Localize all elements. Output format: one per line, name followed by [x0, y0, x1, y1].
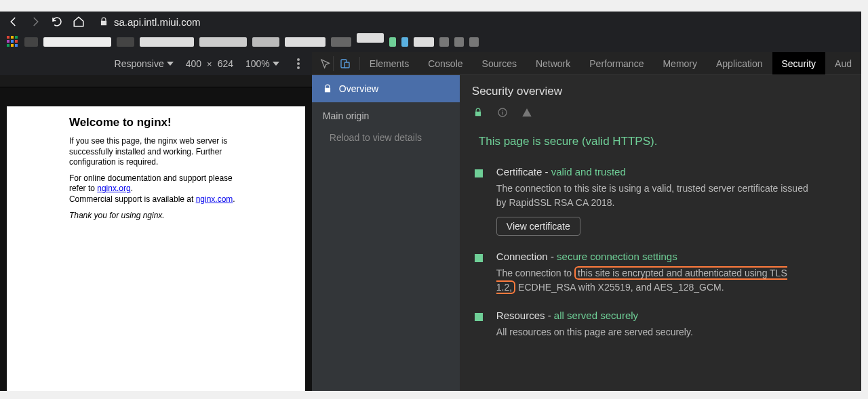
device-toggle-icon[interactable] [338, 56, 353, 71]
nginx-thanks: Thank you for using nginx. [69, 211, 243, 222]
tab-memory[interactable]: Memory [653, 52, 707, 75]
nginx-com-link[interactable]: nginx.com [196, 194, 233, 204]
address-bar: sa.api.intl.miui.com [0, 12, 861, 33]
svg-rect-4 [502, 110, 502, 110]
tab-network[interactable]: Network [526, 52, 580, 75]
lock-icon [323, 84, 332, 93]
sidebar-label: Overview [339, 83, 378, 94]
sidebar-item-main-origin[interactable]: Main origin [312, 102, 460, 129]
tab-elements[interactable]: Elements [360, 52, 418, 75]
connection-title: Connection - secure connection settings [496, 251, 849, 262]
connection-desc: The connection to this site is encrypted… [496, 266, 808, 295]
sidebar-item-overview[interactable]: Overview [312, 75, 460, 102]
device-toolbar: Responsive 400 × 624 100% [0, 52, 312, 75]
tab-audits[interactable]: Aud [825, 52, 861, 75]
bookmark-item[interactable] [401, 37, 408, 47]
security-overview-title: Security overview [472, 85, 849, 98]
viewport-width[interactable]: 400 [186, 58, 201, 69]
rendered-page: Welcome to nginx! If you see this page, … [7, 106, 305, 391]
nginx-org-link[interactable]: nginx.org [97, 184, 130, 193]
bookmark-item[interactable] [199, 37, 247, 47]
devtools-panel: Elements Console Sources Network Perform… [312, 52, 861, 391]
inspect-icon[interactable] [319, 56, 334, 71]
tab-sources[interactable]: Sources [473, 52, 526, 75]
status-square-icon [475, 169, 483, 177]
bookmark-item[interactable] [439, 37, 449, 47]
forward-icon[interactable] [28, 15, 42, 28]
nginx-title: Welcome to nginx! [69, 116, 243, 129]
main-split: Responsive 400 × 624 100% [0, 52, 861, 391]
nginx-paragraph: If you see this page, the nginx web serv… [69, 136, 243, 168]
reload-icon[interactable] [50, 15, 64, 28]
view-certificate-button[interactable]: View certificate [496, 217, 580, 236]
bookmark-item[interactable] [24, 37, 38, 47]
info-icon [496, 106, 509, 119]
bookmark-item[interactable] [43, 37, 111, 47]
back-icon[interactable] [7, 15, 20, 28]
zoom-selector[interactable]: 100% [245, 58, 279, 69]
bookmark-item[interactable] [414, 37, 434, 47]
dimensions: 400 × 624 [186, 58, 233, 69]
connection-block: Connection - secure connection settings … [472, 251, 849, 295]
secure-status-line: This page is secure (valid HTTPS). [472, 135, 849, 148]
devtools-body: Overview Main origin Reload to view deta… [312, 75, 861, 391]
sidebar-reload-hint: Reload to view details [312, 129, 460, 151]
certificate-title: Certificate - valid and trusted [496, 166, 849, 177]
bookmark-item[interactable] [331, 37, 351, 47]
nginx-paragraph: For online documentation and support ple… [69, 173, 243, 205]
devtools-tabs: Elements Console Sources Network Perform… [312, 52, 861, 75]
status-square-icon [475, 313, 483, 321]
browser-window: sa.api.intl.miui.com Responsive [0, 12, 861, 391]
resources-desc: All resources on this page are served se… [496, 325, 808, 339]
svg-rect-3 [502, 112, 502, 115]
svg-rect-1 [344, 62, 349, 68]
tab-performance[interactable]: Performance [580, 52, 653, 75]
lock-icon [99, 17, 108, 26]
device-viewport-column: Responsive 400 × 624 100% [0, 52, 312, 391]
chevron-down-icon [273, 62, 279, 66]
status-square-icon [475, 254, 483, 262]
lock-icon [472, 106, 484, 119]
url-field[interactable]: sa.api.intl.miui.com [94, 16, 854, 28]
resources-title: Resources - all served securely [496, 310, 849, 321]
security-content: Security overview This page is secure (v… [460, 75, 861, 391]
bookmark-item[interactable] [252, 37, 279, 47]
device-mode-label: Responsive [115, 58, 164, 69]
certificate-block: Certificate - valid and trusted The conn… [472, 166, 849, 236]
zoom-label: 100% [245, 58, 270, 69]
chevron-down-icon [167, 62, 174, 66]
home-icon[interactable] [72, 15, 85, 28]
bookmark-item[interactable] [454, 37, 464, 47]
viewport-canvas: Welcome to nginx! If you see this page, … [0, 87, 312, 391]
kebab-icon[interactable] [297, 58, 300, 69]
viewport-height[interactable]: 624 [218, 58, 233, 69]
bookmark-item[interactable] [357, 33, 384, 43]
tab-application[interactable]: Application [707, 52, 772, 75]
bookmark-item[interactable] [389, 37, 396, 47]
bookmarks-bar [0, 33, 861, 52]
warning-icon [521, 106, 533, 119]
tab-security[interactable]: Security [772, 52, 826, 75]
tab-console[interactable]: Console [418, 52, 472, 75]
times-icon: × [207, 59, 212, 69]
url-text: sa.api.intl.miui.com [114, 16, 201, 28]
security-sidebar: Overview Main origin Reload to view deta… [312, 75, 460, 391]
certificate-desc: The connection to this site is using a v… [496, 182, 808, 210]
device-selector[interactable]: Responsive [115, 58, 174, 69]
resources-block: Resources - all served securely All reso… [472, 310, 849, 339]
security-status-icons [472, 106, 849, 119]
ruler [0, 75, 312, 87]
apps-icon[interactable] [7, 36, 19, 48]
bookmark-item[interactable] [469, 37, 479, 47]
bookmark-item[interactable] [285, 37, 326, 47]
bookmark-item[interactable] [117, 37, 134, 47]
bookmark-item[interactable] [140, 37, 194, 47]
